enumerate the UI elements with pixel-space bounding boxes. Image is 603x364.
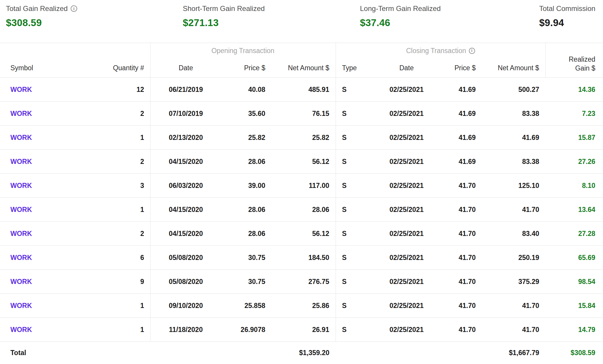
summary-card-label: Short-Term Gain Realized (183, 5, 265, 12)
close-date-cell: 02/25/2021 (368, 102, 445, 126)
close-price-cell: 41.70 (445, 246, 482, 270)
open-net-amount-cell: 117.00 (272, 174, 336, 198)
open-date-cell: 06/21/2019 (150, 78, 221, 102)
close-price-cell: 41.70 (445, 270, 482, 294)
close-date-cell: 02/25/2021 (368, 318, 445, 342)
close-net-amount-cell: 125.10 (482, 174, 545, 198)
open-net-amount-cell: 485.91 (272, 78, 336, 102)
open-date-cell: 07/10/2019 (150, 102, 221, 126)
table-row: WORK 6 05/08/2020 30.75 184.50 S 02/25/2… (0, 246, 603, 270)
quantity-cell: 2 (86, 222, 150, 246)
column-header-type: Type (336, 59, 368, 78)
close-net-amount-cell: 41.69 (482, 126, 545, 150)
symbol-cell: WORK (0, 294, 86, 318)
close-net-amount-cell: 375.29 (482, 270, 545, 294)
table-footer: Total $1,359.20 $1,667.79 $308.59 (0, 342, 603, 364)
type-cell: S (336, 78, 368, 102)
open-net-amount-cell: 56.12 (272, 150, 336, 174)
symbol-link[interactable]: WORK (10, 326, 32, 333)
close-net-amount-cell: 41.70 (482, 294, 545, 318)
quantity-cell: 1 (86, 126, 150, 150)
close-price-cell: 41.70 (445, 294, 482, 318)
long-term-gain-value: $37.46 (360, 17, 441, 28)
total-realized-gain: $308.59 (545, 342, 603, 364)
open-date-cell: 05/08/2020 (150, 246, 221, 270)
summary-card-long-term-gain: Long-Term Gain Realized $37.46 (360, 5, 441, 28)
closing-transaction-group-header: Closing Transaction i (336, 43, 545, 59)
column-header-close-price: Price $ (445, 59, 482, 78)
column-header-quantity: Quantity # (86, 59, 150, 78)
open-net-amount-cell: 25.86 (272, 294, 336, 318)
type-cell: S (336, 198, 368, 222)
column-header-open-net-amount: Net Amount $ (272, 59, 336, 78)
symbol-link[interactable]: WORK (10, 158, 32, 165)
summary-card-short-term-gain: Short-Term Gain Realized $271.13 (183, 5, 265, 28)
quantity-cell: 1 (86, 318, 150, 342)
symbol-link[interactable]: WORK (10, 254, 32, 261)
short-term-gain-label: Short-Term Gain Realized (183, 5, 265, 12)
realized-gain-cell: 27.26 (545, 150, 603, 174)
open-net-amount-cell: 26.91 (272, 318, 336, 342)
summary-card-total-gain: Total Gain Realized i $308.59 (6, 5, 77, 28)
column-header-close-date: Date (368, 59, 445, 78)
open-price-cell: 39.00 (221, 174, 272, 198)
symbol-link[interactable]: WORK (10, 230, 32, 237)
symbol-cell: WORK (0, 246, 86, 270)
table-row: WORK 1 02/13/2020 25.82 25.82 S 02/25/20… (0, 126, 603, 150)
table-row: WORK 2 04/15/2020 28.06 56.12 S 02/25/20… (0, 150, 603, 174)
realized-gain-cell: 14.36 (545, 78, 603, 102)
info-icon[interactable]: i (469, 48, 475, 54)
open-date-cell: 05/08/2020 (150, 270, 221, 294)
total-commission-value: $9.94 (539, 17, 595, 28)
type-cell: S (336, 174, 368, 198)
total-open-net-amount: $1,359.20 (150, 342, 336, 364)
close-price-cell: 41.69 (445, 102, 482, 126)
total-gain-realized-value: $308.59 (6, 17, 77, 28)
group-header-row: Opening Transaction Closing Transaction … (0, 43, 603, 59)
close-date-cell: 02/25/2021 (368, 246, 445, 270)
realized-gain-cell: 13.64 (545, 198, 603, 222)
realized-gain-cell: 65.69 (545, 246, 603, 270)
symbol-cell: WORK (0, 222, 86, 246)
close-net-amount-cell: 83.38 (482, 102, 545, 126)
close-date-cell: 02/25/2021 (368, 174, 445, 198)
open-net-amount-cell: 25.82 (272, 126, 336, 150)
close-price-cell: 41.69 (445, 126, 482, 150)
open-price-cell: 28.06 (221, 150, 272, 174)
close-date-cell: 02/25/2021 (368, 198, 445, 222)
symbol-link[interactable]: WORK (10, 110, 32, 117)
symbol-cell: WORK (0, 198, 86, 222)
close-date-cell: 02/25/2021 (368, 294, 445, 318)
open-date-cell: 11/18/2020 (150, 318, 221, 342)
quantity-cell: 6 (86, 246, 150, 270)
close-date-cell: 02/25/2021 (368, 222, 445, 246)
symbol-link[interactable]: WORK (10, 86, 32, 93)
table-row: WORK 12 06/21/2019 40.08 485.91 S 02/25/… (0, 78, 603, 102)
symbol-link[interactable]: WORK (10, 134, 32, 141)
open-price-cell: 35.60 (221, 102, 272, 126)
total-commission-label: Total Commission (539, 5, 595, 12)
symbol-cell: WORK (0, 318, 86, 342)
symbol-link[interactable]: WORK (10, 302, 32, 309)
total-close-net-amount: $1,667.79 (336, 342, 545, 364)
quantity-cell: 2 (86, 102, 150, 126)
symbol-link[interactable]: WORK (10, 278, 32, 285)
column-header-realized-gain: Realized Gain $ (545, 43, 603, 78)
open-date-cell: 04/15/2020 (150, 150, 221, 174)
open-price-cell: 28.06 (221, 222, 272, 246)
quantity-cell: 1 (86, 198, 150, 222)
symbol-link[interactable]: WORK (10, 182, 32, 189)
summary-card-label: Total Gain Realized i (6, 5, 77, 12)
info-icon[interactable]: i (71, 5, 77, 12)
type-cell: S (336, 102, 368, 126)
close-price-cell: 41.70 (445, 198, 482, 222)
symbol-link[interactable]: WORK (10, 206, 32, 213)
table-row: WORK 1 11/18/2020 26.9078 26.91 S 02/25/… (0, 318, 603, 342)
type-cell: S (336, 270, 368, 294)
close-net-amount-cell: 83.40 (482, 222, 545, 246)
open-price-cell: 30.75 (221, 270, 272, 294)
total-label: Total (0, 342, 150, 364)
close-date-cell: 02/25/2021 (368, 270, 445, 294)
close-date-cell: 02/25/2021 (368, 150, 445, 174)
close-net-amount-cell: 41.70 (482, 318, 545, 342)
